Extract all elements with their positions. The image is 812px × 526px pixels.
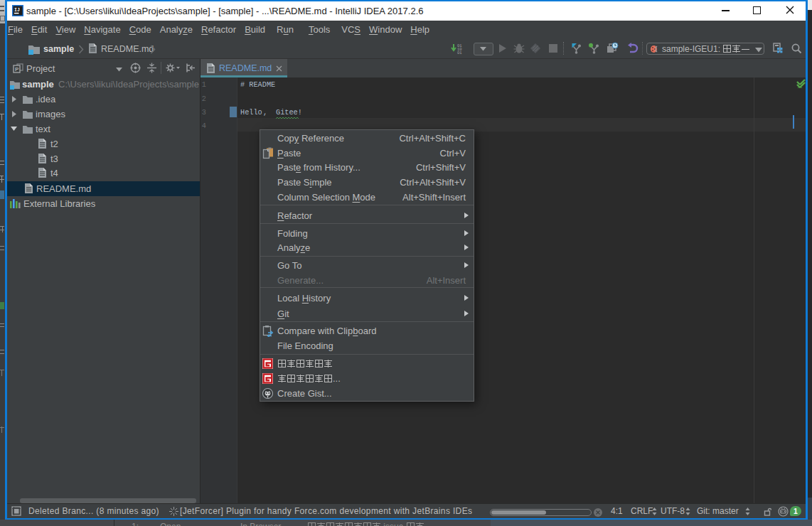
svg-text:P: P	[15, 66, 19, 73]
svg-text:IJ: IJ	[14, 8, 20, 13]
svg-text:01: 01	[457, 50, 462, 55]
